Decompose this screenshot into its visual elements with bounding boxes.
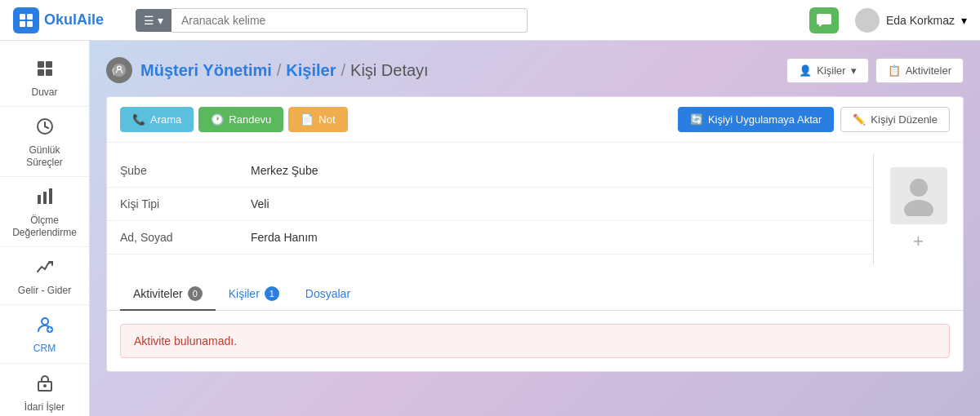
crm-label: CRM xyxy=(33,343,56,354)
page-header: Müşteri Yönetimi / Kişiler / Kişi Detayı… xyxy=(106,57,964,83)
header-buttons: 👤 Kişiler ▾ 📋 Aktiviteler xyxy=(786,58,964,83)
action-bar-left: 📞 Arama 🕐 Randevu 📄 Not xyxy=(120,107,348,132)
ad-soyad-value: Ferda Hanım xyxy=(251,231,318,244)
breadcrumb-sep2: / xyxy=(341,61,346,80)
duvar-icon xyxy=(35,59,55,83)
sync-icon: 🔄 xyxy=(690,113,703,126)
svg-point-25 xyxy=(904,200,933,216)
aktiviteler-icon: 📋 xyxy=(888,64,901,77)
arama-button[interactable]: 📞 Arama xyxy=(120,107,194,132)
user-dropdown-icon: ▾ xyxy=(961,14,967,27)
phone-icon: 📞 xyxy=(132,113,145,126)
svg-rect-15 xyxy=(49,188,52,204)
action-bar-right: 🔄 Kişiyi Uygulamaya Aktar ✏️ Kişiyi Düze… xyxy=(678,107,950,132)
svg-rect-3 xyxy=(27,21,33,27)
duzenle-button[interactable]: ✏️ Kişiyi Düzenle xyxy=(840,107,950,132)
randevu-button[interactable]: 🕐 Randevu xyxy=(198,107,283,132)
note-icon: 📄 xyxy=(301,113,314,126)
sidebar-item-crm[interactable]: CRM xyxy=(0,305,89,363)
svg-rect-1 xyxy=(27,14,33,20)
svg-rect-13 xyxy=(38,195,41,204)
aktiviteler-button[interactable]: 📋 Aktiviteler xyxy=(875,58,964,83)
navbar-right: Eda Korkmaz ▾ xyxy=(809,7,967,33)
not-label: Not xyxy=(318,113,335,126)
info-row-sube: Şube Merkez Şube xyxy=(107,154,873,188)
randevu-label: Randevu xyxy=(229,113,271,126)
search-toggle-button[interactable]: ☰ ▾ xyxy=(136,9,172,32)
gelir-icon xyxy=(35,257,55,281)
gelir-label: Gelir - Gider xyxy=(18,285,71,296)
chat-icon[interactable] xyxy=(809,7,839,33)
avatar xyxy=(855,8,880,33)
clock-icon: 🕐 xyxy=(211,113,224,126)
sidebar: Duvar GünlükSüreçler ÖlçmeDeğerlendirm xyxy=(0,41,90,416)
info-row-ad-soyad: Ad, Soyad Ferda Hanım xyxy=(107,221,873,254)
hamburger-icon: ☰ xyxy=(144,14,154,27)
svg-rect-9 xyxy=(46,69,52,76)
sidebar-item-olcme[interactable]: ÖlçmeDeğerlendirme xyxy=(0,177,89,247)
search-input[interactable] xyxy=(172,8,528,33)
sube-value: Merkez Şube xyxy=(251,164,318,177)
user-name: Eda Korkmaz xyxy=(886,14,955,27)
ad-soyad-label: Ad, Soyad xyxy=(120,231,251,244)
breadcrumb: Müşteri Yönetimi / Kişiler / Kişi Detayı xyxy=(106,57,429,83)
empty-message-text: Aktivite bulunamadı. xyxy=(134,334,237,347)
tab-dosyalar-label: Dosyalar xyxy=(305,287,350,300)
user-menu[interactable]: Eda Korkmaz ▾ xyxy=(855,8,967,33)
sidebar-item-gunluk-surecler[interactable]: GünlükSüreçler xyxy=(0,107,89,177)
sube-label: Şube xyxy=(120,164,251,177)
sidebar-item-gelir-gider[interactable]: Gelir - Gider xyxy=(0,247,89,305)
kisi-tipi-label: Kişi Tipi xyxy=(120,197,251,210)
tab-kisiler[interactable]: Kişiler 1 xyxy=(216,278,292,311)
avatar-placeholder xyxy=(890,167,947,224)
duvar-label: Duvar xyxy=(31,86,57,98)
sidebar-item-duvar[interactable]: Duvar xyxy=(0,49,89,107)
info-fields: Şube Merkez Şube Kişi Tipi Veli Ad, Soya… xyxy=(107,154,873,265)
aktar-label: Kişiyi Uygulamaya Aktar xyxy=(708,113,822,126)
svg-rect-0 xyxy=(20,14,25,20)
breadcrumb-icon xyxy=(106,57,132,83)
svg-rect-2 xyxy=(20,21,25,27)
not-button[interactable]: 📄 Not xyxy=(288,107,347,132)
main-content: Müşteri Yönetimi / Kişiler / Kişi Detayı… xyxy=(90,41,980,416)
aktiviteler-label: Aktiviteler xyxy=(906,64,951,77)
idari-label: İdari İşler xyxy=(24,401,65,413)
svg-rect-14 xyxy=(43,192,47,204)
info-section: Şube Merkez Şube Kişi Tipi Veli Ad, Soya… xyxy=(107,154,963,265)
svg-rect-4 xyxy=(817,14,831,24)
logo-icon xyxy=(13,7,39,33)
tabs: Aktiviteler 0 Kişiler 1 Dosyalar xyxy=(107,278,963,311)
avatar-section: + xyxy=(873,154,963,265)
tab-kisiler-label: Kişiler xyxy=(229,287,260,300)
empty-message: Aktivite bulunamadı. xyxy=(120,324,950,358)
avatar-add-button[interactable]: + xyxy=(913,231,924,252)
duzenle-label: Kişiyi Düzenle xyxy=(871,113,938,126)
breadcrumb-sep1: / xyxy=(277,61,282,80)
breadcrumb-current: Kişi Detayı xyxy=(350,61,429,80)
edit-icon: ✏️ xyxy=(853,113,866,126)
svg-point-24 xyxy=(910,179,928,197)
svg-line-12 xyxy=(45,126,48,128)
kisiler-button[interactable]: 👤 Kişiler ▾ xyxy=(786,58,868,83)
tab-dosyalar[interactable]: Dosyalar xyxy=(292,278,363,311)
olcme-label: ÖlçmeDeğerlendirme xyxy=(12,215,77,238)
aktar-button[interactable]: 🔄 Kişiyi Uygulamaya Aktar xyxy=(678,107,834,132)
tab-kisiler-badge: 1 xyxy=(265,286,279,301)
breadcrumb-active: Müşteri Yönetimi xyxy=(140,61,272,80)
tab-aktiviteler[interactable]: Aktiviteler 0 xyxy=(120,278,216,311)
arama-label: Arama xyxy=(150,113,181,126)
action-bar: 📞 Arama 🕐 Randevu 📄 Not 🔄 Ki xyxy=(107,97,963,143)
navbar: OkulAile ☰ ▾ Eda Korkmaz ▾ xyxy=(0,0,980,41)
breadcrumb-part2: Kişiler xyxy=(286,61,336,80)
olcme-icon xyxy=(35,187,55,211)
svg-rect-7 xyxy=(46,61,52,68)
kisi-tipi-value: Veli xyxy=(251,197,270,210)
sidebar-item-idari-isler[interactable]: İdari İşler xyxy=(0,364,89,416)
logo[interactable]: OkulAile xyxy=(13,7,119,33)
person-icon: 👤 xyxy=(799,64,812,77)
svg-rect-8 xyxy=(38,69,44,76)
detail-card: 📞 Arama 🕐 Randevu 📄 Not 🔄 Ki xyxy=(106,96,964,372)
info-row-kisi-tipi: Kişi Tipi Veli xyxy=(107,188,873,221)
logo-text: OkulAile xyxy=(44,11,104,29)
svg-marker-5 xyxy=(819,24,822,27)
